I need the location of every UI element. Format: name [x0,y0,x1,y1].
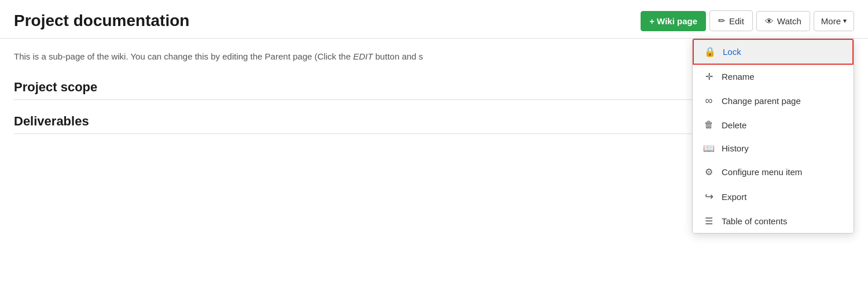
dropdown-item-delete[interactable]: 🗑 Delete [693,113,854,136]
table-of-contents-label: Table of contents [722,216,787,226]
page-title: Project documentation [14,12,189,30]
gear-icon: ⚙ [703,166,715,177]
table-of-contents-icon: ☰ [703,216,715,227]
export-icon: ↪ [703,190,715,203]
wiki-page-button[interactable]: + Wiki page [641,11,706,31]
lock-icon: 🔒 [704,46,716,57]
more-dropdown-menu: 🔒 Lock ✛ Rename ∞ Change parent page 🗑 D… [692,38,854,234]
rename-icon: ✛ [703,71,715,82]
more-button[interactable]: More ▾ [814,11,854,31]
dropdown-item-change-parent[interactable]: ∞ Change parent page [693,88,854,113]
watch-button[interactable]: 👁 Watch [756,11,810,31]
edit-button[interactable]: ✏ Edit [709,10,753,31]
history-label: History [722,143,749,153]
dropdown-item-history[interactable]: 📖 History [693,136,854,160]
delete-label: Delete [722,120,746,130]
rename-label: Rename [722,72,755,82]
watch-label: Watch [777,16,801,26]
page-header: Project documentation + Wiki page ✏ Edit… [0,0,868,39]
pencil-icon: ✏ [718,16,726,26]
trash-icon: 🗑 [703,120,715,130]
dropdown-item-table-of-contents[interactable]: ☰ Table of contents [693,209,854,233]
dropdown-item-lock[interactable]: 🔒 Lock [693,39,854,65]
eye-icon: 👁 [765,16,774,26]
edit-label: Edit [729,16,744,26]
dropdown-item-configure-menu[interactable]: ⚙ Configure menu item [693,160,854,184]
change-parent-label: Change parent page [722,96,801,106]
dropdown-item-export[interactable]: ↪ Export [693,184,854,209]
more-label: More [821,16,841,26]
history-icon: 📖 [703,143,715,154]
chevron-down-icon: ▾ [843,17,847,25]
header-actions: + Wiki page ✏ Edit 👁 Watch More ▾ [641,10,854,31]
dropdown-item-rename[interactable]: ✛ Rename [693,65,854,88]
configure-menu-label: Configure menu item [722,167,802,177]
lock-label: Lock [723,47,741,57]
export-label: Export [722,192,746,202]
change-parent-icon: ∞ [703,95,715,107]
